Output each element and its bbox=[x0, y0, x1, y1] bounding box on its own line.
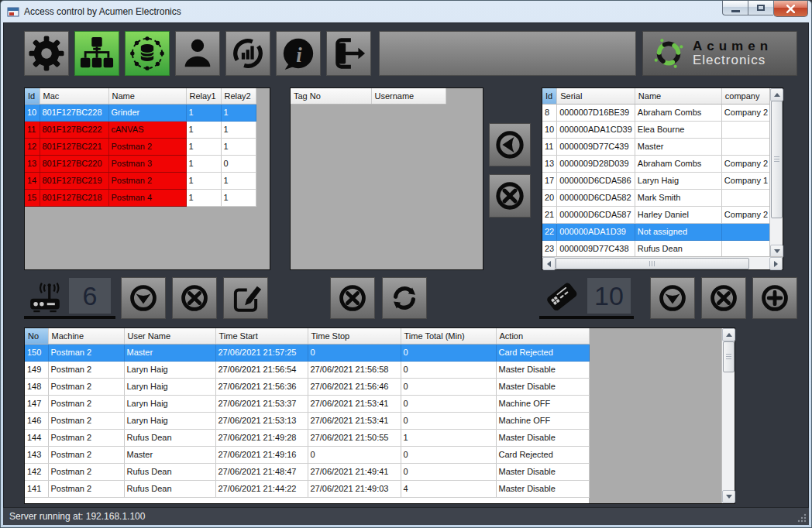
cell[interactable]: Harley Daniel bbox=[635, 206, 721, 223]
cell[interactable]: Master Disable bbox=[496, 480, 589, 497]
cell[interactable]: 27/06/2021 21:49:41 bbox=[308, 463, 401, 480]
cell[interactable]: 0 bbox=[221, 155, 256, 172]
table-row[interactable]: 13801F127BC220Postman 310 bbox=[25, 155, 256, 172]
cell[interactable]: 0 bbox=[308, 446, 401, 463]
cell[interactable]: 143 bbox=[25, 446, 48, 463]
cell[interactable] bbox=[721, 189, 775, 206]
column-header-machine[interactable]: Machine bbox=[48, 328, 124, 344]
cell[interactable]: 000000D6CDA586 bbox=[557, 172, 635, 189]
load-machines-button[interactable] bbox=[121, 277, 166, 319]
cell[interactable]: 801F127BC221 bbox=[40, 138, 108, 155]
refresh-tags-button[interactable] bbox=[382, 277, 427, 319]
table-row[interactable]: 17000000D6CDA586Laryn HaigCompany 1 bbox=[542, 172, 775, 189]
title-bar[interactable]: Access control by Acumen Electronics bbox=[1, 1, 811, 22]
cell[interactable]: 000000D6CDA587 bbox=[557, 206, 635, 223]
cell[interactable]: 1 bbox=[186, 155, 221, 172]
load-cards-button[interactable] bbox=[650, 277, 695, 319]
cell[interactable]: 1 bbox=[186, 172, 221, 189]
remove-card-button[interactable] bbox=[701, 277, 746, 319]
cell[interactable]: 801F127BC220 bbox=[40, 155, 108, 172]
table-row[interactable]: 20000000D6CDA582Mark Smith bbox=[542, 189, 775, 206]
table-row[interactable]: 150Postman 2Master27/06/2021 21:57:2500C… bbox=[25, 344, 589, 361]
table-row[interactable]: 22000000ADA1D39Not assigned bbox=[542, 223, 775, 240]
column-header-id[interactable]: Id bbox=[25, 88, 40, 104]
cell[interactable]: 801F127BC222 bbox=[40, 121, 108, 138]
scroll-up-button[interactable] bbox=[770, 88, 783, 101]
cell[interactable]: Rufus Dean bbox=[124, 429, 215, 446]
cell[interactable]: 000000ADA1CD39 bbox=[557, 121, 635, 138]
cell[interactable]: 0 bbox=[401, 395, 496, 412]
cell[interactable]: 142 bbox=[25, 463, 48, 480]
cell[interactable]: 0 bbox=[401, 446, 496, 463]
table-row[interactable]: 143Postman 2Master27/06/2021 21:49:1600C… bbox=[25, 446, 589, 463]
cell[interactable]: Master bbox=[124, 344, 215, 361]
cell[interactable]: 1 bbox=[401, 429, 496, 446]
cell[interactable]: 0 bbox=[401, 463, 496, 480]
cell[interactable]: Machine OFF bbox=[496, 412, 589, 429]
column-header-company[interactable]: company bbox=[721, 88, 775, 104]
cell[interactable]: Laryn Haig bbox=[124, 361, 215, 378]
assign-tag-button[interactable] bbox=[489, 123, 531, 166]
cell[interactable]: 801F127BC228 bbox=[40, 104, 108, 121]
cell[interactable]: 1 bbox=[221, 189, 256, 206]
table-row[interactable]: 230000009D77C438Rufus Dean bbox=[542, 240, 775, 257]
toolbar-button-users[interactable] bbox=[175, 31, 220, 76]
cell[interactable]: 27/06/2021 21:53:41 bbox=[308, 395, 401, 412]
cell[interactable]: 146 bbox=[25, 412, 48, 429]
cell[interactable]: Postman 2 bbox=[48, 480, 124, 497]
cell[interactable]: 0000009D77C439 bbox=[557, 138, 635, 155]
column-header-time-start[interactable]: Time Start bbox=[215, 328, 308, 344]
table-row[interactable]: 130000009D28D039Abraham CombsCompany 2 bbox=[542, 155, 775, 172]
cell[interactable]: 11 bbox=[25, 121, 40, 138]
cell[interactable]: Postman 2 bbox=[48, 344, 124, 361]
column-header-time-total-min-[interactable]: Time Total (Min) bbox=[401, 328, 496, 344]
cell[interactable]: Machine OFF bbox=[496, 395, 589, 412]
table-row[interactable]: 15801F127BC218Postman 411 bbox=[25, 189, 256, 206]
scrollbar-thumb[interactable] bbox=[556, 258, 749, 269]
cell[interactable]: Company 2 bbox=[721, 155, 775, 172]
cell[interactable]: 1 bbox=[186, 189, 221, 206]
cell[interactable]: Postman 2 bbox=[48, 378, 124, 395]
scroll-down-button[interactable] bbox=[722, 490, 735, 503]
table-row[interactable]: 110000009D77C439Master bbox=[542, 138, 775, 155]
toolbar-button-statistics[interactable] bbox=[225, 31, 270, 76]
cell[interactable]: Elea Bourne bbox=[635, 121, 721, 138]
cell[interactable] bbox=[721, 223, 775, 240]
cell[interactable]: Company 2 bbox=[721, 104, 775, 121]
cell[interactable]: Laryn Haig bbox=[124, 395, 215, 412]
cell[interactable]: 27/06/2021 21:53:41 bbox=[308, 412, 401, 429]
cell[interactable]: 12 bbox=[25, 138, 40, 155]
column-header-user-name[interactable]: User Name bbox=[124, 328, 215, 344]
cell[interactable]: 0000009D77C438 bbox=[557, 240, 635, 257]
scroll-right-button[interactable] bbox=[769, 257, 783, 270]
cell[interactable]: Rufus Dean bbox=[635, 240, 721, 257]
toolbar-button-machines[interactable] bbox=[74, 31, 119, 76]
cell[interactable]: 149 bbox=[25, 361, 48, 378]
cell[interactable]: 4 bbox=[401, 480, 496, 497]
cell[interactable]: 27/06/2021 21:44:22 bbox=[215, 480, 308, 497]
cell[interactable]: 22 bbox=[542, 223, 557, 240]
cell[interactable]: Mark Smith bbox=[635, 189, 721, 206]
cell[interactable]: 27/06/2021 21:48:47 bbox=[215, 463, 308, 480]
toolbar-button-info[interactable]: i bbox=[276, 31, 321, 76]
cell[interactable]: 0000009D28D039 bbox=[557, 155, 635, 172]
cell[interactable]: 21 bbox=[542, 206, 557, 223]
cell[interactable]: Card Rejected bbox=[496, 344, 589, 361]
table-row[interactable]: 149Postman 2Laryn Haig27/06/2021 21:56:5… bbox=[25, 361, 589, 378]
table-row[interactable]: 144Postman 2Rufus Dean27/06/2021 21:49:2… bbox=[25, 429, 589, 446]
log-vertical-scrollbar[interactable] bbox=[721, 328, 735, 503]
cell[interactable]: 27/06/2021 21:56:54 bbox=[215, 361, 308, 378]
scroll-up-button[interactable] bbox=[722, 328, 735, 341]
cell[interactable]: 27/06/2021 21:56:58 bbox=[308, 361, 401, 378]
cell[interactable]: 27/06/2021 21:56:46 bbox=[308, 378, 401, 395]
cell[interactable]: Abraham Combs bbox=[635, 104, 721, 121]
cell[interactable]: 1 bbox=[221, 104, 256, 121]
users-horizontal-scrollbar[interactable] bbox=[542, 256, 783, 269]
cell[interactable]: 000000ADA1D39 bbox=[557, 223, 635, 240]
column-header-username[interactable]: Username bbox=[371, 88, 446, 104]
cell[interactable]: Postman 2 bbox=[48, 412, 124, 429]
cell[interactable]: Postman 2 bbox=[48, 395, 124, 412]
table-row[interactable]: 10000000ADA1CD39Elea Bourne bbox=[542, 121, 775, 138]
cell[interactable]: 1 bbox=[186, 138, 221, 155]
toolbar-button-database[interactable] bbox=[125, 31, 170, 76]
